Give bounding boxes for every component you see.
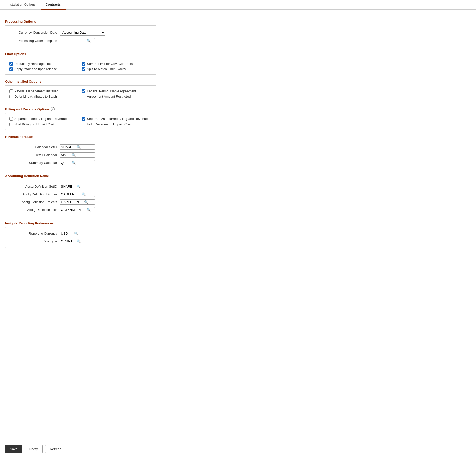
acctg-setid-input[interactable] <box>61 185 76 188</box>
acctg-tbp-row: Acctg Definition TBP 🔍 <box>9 207 152 212</box>
processing-order-row: Processing Order Template 🔍 <box>9 38 152 43</box>
processing-order-input[interactable] <box>61 39 86 43</box>
tab-contracts[interactable]: Contracts <box>41 0 66 10</box>
acctg-projects-search-icon[interactable]: 🔍 <box>84 200 89 204</box>
checkbox-reduce-retainage-label: Reduce by retainage first <box>14 62 51 66</box>
calendar-setid-label: Calendar SetID <box>9 145 60 149</box>
checkbox-split-match[interactable]: Split to Match Limit Exactly <box>82 67 152 71</box>
revenue-forecast-title: Revenue Forecast <box>5 135 156 139</box>
summary-calendar-wrap[interactable]: 🔍 <box>60 160 95 165</box>
insights-reporting-title: Insights Reporting Preferences <box>5 221 156 225</box>
acctg-projects-wrap[interactable]: 🔍 <box>60 199 95 205</box>
acctg-fix-fee-search-icon[interactable]: 🔍 <box>81 192 86 196</box>
checkbox-summ-limit-input[interactable] <box>82 62 85 66</box>
detail-calendar-label: Detail Calendar <box>9 153 60 157</box>
rate-type-input[interactable] <box>61 239 76 243</box>
checkbox-summ-limit[interactable]: Summ. Limit for Govt Contracts <box>82 62 152 66</box>
summary-calendar-input[interactable] <box>61 161 71 165</box>
acctg-fix-fee-wrap[interactable]: 🔍 <box>60 192 95 197</box>
billing-revenue-info-icon[interactable]: ? <box>51 107 55 111</box>
acctg-tbp-search-icon[interactable]: 🔍 <box>86 208 91 212</box>
acctg-projects-input[interactable] <box>61 200 84 204</box>
detail-calendar-search-icon[interactable]: 🔍 <box>71 153 76 157</box>
calendar-setid-search-icon[interactable]: 🔍 <box>76 145 81 149</box>
checkbox-hold-billing-label: Hold Billing on Unpaid Cost <box>14 122 54 126</box>
main-content: Processing Options Currency Conversion D… <box>0 10 161 268</box>
acctg-setid-wrap[interactable]: 🔍 <box>60 184 95 189</box>
acctg-tbp-input[interactable] <box>61 208 86 212</box>
other-installed-grid: Pay/Bill Management Installed Federal Re… <box>9 89 152 98</box>
processing-order-search-icon[interactable]: 🔍 <box>86 39 91 43</box>
processing-order-input-wrap[interactable]: 🔍 <box>60 38 95 43</box>
checkbox-separate-as-incurred[interactable]: Separate As Incurred Billing and Revenue <box>82 117 152 121</box>
checkbox-agreement-amount[interactable]: Agreement Amount Restricted <box>82 95 152 98</box>
reporting-currency-row: Reporting Currency 🔍 <box>9 231 152 236</box>
checkbox-hold-billing[interactable]: Hold Billing on Unpaid Cost <box>9 122 79 126</box>
checkbox-defer-line-input[interactable] <box>9 95 13 98</box>
checkbox-separate-fixed-input[interactable] <box>9 117 13 121</box>
currency-conversion-row: Currency Conversion Date Accounting Date… <box>9 29 152 36</box>
detail-calendar-wrap[interactable]: 🔍 <box>60 152 95 158</box>
reporting-currency-wrap[interactable]: 🔍 <box>60 231 95 236</box>
currency-conversion-label: Currency Conversion Date <box>9 31 60 34</box>
processing-options-title: Processing Options <box>5 20 156 23</box>
processing-options-box: Currency Conversion Date Accounting Date… <box>5 25 156 47</box>
reporting-currency-label: Reporting Currency <box>9 232 60 235</box>
checkbox-hold-revenue-label: Hold Revenue on Unpaid Cost <box>87 122 131 126</box>
insights-reporting-box: Reporting Currency 🔍 Rate Type 🔍 <box>5 227 156 248</box>
checkbox-hold-revenue[interactable]: Hold Revenue on Unpaid Cost <box>82 122 152 126</box>
detail-calendar-input[interactable] <box>61 153 71 157</box>
billing-revenue-grid: Separate Fixed Billing and Revenue Separ… <box>9 117 152 126</box>
rate-type-row: Rate Type 🔍 <box>9 239 152 244</box>
checkbox-separate-fixed-label: Separate Fixed Billing and Revenue <box>14 117 67 121</box>
checkbox-paybill-input[interactable] <box>9 89 13 93</box>
acctg-projects-label: Acctg Definition Projects <box>9 200 60 204</box>
checkbox-separate-as-incurred-input[interactable] <box>82 117 85 121</box>
acctg-setid-search-icon[interactable]: 🔍 <box>76 185 81 188</box>
currency-conversion-date-select[interactable]: Accounting Date Transaction Date Current… <box>60 29 105 36</box>
checkbox-split-match-label: Split to Match Limit Exactly <box>87 67 126 71</box>
checkbox-defer-line-label: Defer Line Attributes to Batch <box>14 95 57 98</box>
reporting-currency-input[interactable] <box>61 232 74 235</box>
acctg-definition-title: Accounting Definition Name <box>5 174 156 178</box>
calendar-setid-wrap[interactable]: 🔍 <box>60 144 95 150</box>
checkbox-hold-revenue-input[interactable] <box>82 123 85 126</box>
checkbox-apply-retainage[interactable]: Apply retainage upon release <box>9 67 79 71</box>
checkbox-apply-retainage-input[interactable] <box>9 67 13 71</box>
rate-type-label: Rate Type <box>9 239 60 243</box>
rate-type-search-icon[interactable]: 🔍 <box>76 239 81 243</box>
checkbox-agreement-amount-label: Agreement Amount Restricted <box>87 95 131 98</box>
acctg-projects-row: Acctg Definition Projects 🔍 <box>9 199 152 205</box>
tab-bar: Installation Options Contracts <box>0 0 476 10</box>
acctg-tbp-wrap[interactable]: 🔍 <box>60 207 95 212</box>
checkbox-reduce-retainage[interactable]: Reduce by retainage first <box>9 62 79 66</box>
summary-calendar-search-icon[interactable]: 🔍 <box>71 161 76 165</box>
checkbox-federal-reimbursable[interactable]: Federal Reimbursable Agreement <box>82 89 152 93</box>
acctg-setid-row: Acctg Definition SetID 🔍 <box>9 184 152 189</box>
checkbox-separate-fixed[interactable]: Separate Fixed Billing and Revenue <box>9 117 79 121</box>
other-installed-title: Other Installed Options <box>5 80 156 83</box>
acctg-setid-label: Acctg Definition SetID <box>9 185 60 188</box>
detail-calendar-row: Detail Calendar 🔍 <box>9 152 152 158</box>
checkbox-hold-billing-input[interactable] <box>9 123 13 126</box>
acctg-fix-fee-input[interactable] <box>61 192 81 196</box>
calendar-setid-input[interactable] <box>61 145 76 149</box>
checkbox-reduce-retainage-input[interactable] <box>9 62 13 66</box>
tab-installation-options[interactable]: Installation Options <box>3 0 41 10</box>
limit-options-title: Limit Options <box>5 52 156 56</box>
limit-options-box: Reduce by retainage first Summ. Limit fo… <box>5 58 156 75</box>
checkbox-apply-retainage-label: Apply retainage upon release <box>14 67 57 71</box>
acctg-fix-fee-label: Acctg Definition Fix Fee <box>9 192 60 196</box>
calendar-setid-row: Calendar SetID 🔍 <box>9 144 152 150</box>
checkbox-split-match-input[interactable] <box>82 67 85 71</box>
acctg-fix-fee-row: Acctg Definition Fix Fee 🔍 <box>9 192 152 197</box>
rate-type-wrap[interactable]: 🔍 <box>60 239 95 244</box>
checkbox-defer-line[interactable]: Defer Line Attributes to Batch <box>9 95 79 98</box>
checkbox-federal-reimbursable-input[interactable] <box>82 89 85 93</box>
checkbox-agreement-amount-input[interactable] <box>82 95 85 98</box>
checkbox-paybill[interactable]: Pay/Bill Management Installed <box>9 89 79 93</box>
limit-options-grid: Reduce by retainage first Summ. Limit fo… <box>9 62 152 71</box>
acctg-tbp-label: Acctg Definition TBP <box>9 208 60 212</box>
summary-calendar-label: Summary Calendar <box>9 161 60 165</box>
reporting-currency-search-icon[interactable]: 🔍 <box>74 232 79 235</box>
